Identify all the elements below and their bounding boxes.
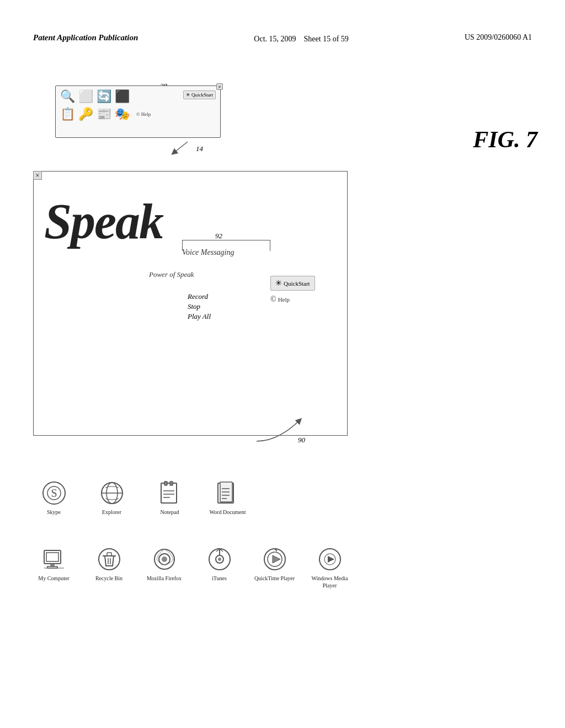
svg-line-0 [174, 142, 188, 153]
speak-title: Speak [44, 193, 163, 250]
main-quickstart-label: QuickStart [284, 280, 310, 287]
toolbar-icon-6: 🔑 [78, 107, 93, 121]
quickstart-label: QuickStart [191, 92, 213, 98]
itunes-label: iTunes [212, 575, 227, 582]
desktop-icon-recyclebin[interactable]: Recycle Bin [88, 546, 130, 582]
notepad-icon [157, 480, 183, 506]
skype-label: Skype [47, 508, 61, 516]
menu-stop[interactable]: Stop [188, 302, 200, 311]
toolbar-icon-4: ⬛ [115, 89, 130, 104]
header-date: Oct. 15, 2009 [254, 35, 296, 43]
svg-rect-8 [164, 481, 167, 485]
toolbar-icon-7: 📰 [97, 107, 111, 121]
svg-point-31 [162, 556, 167, 562]
toolbar-icon-1: 🔍 [60, 89, 75, 104]
figure-label: FIG. 7 [473, 127, 537, 152]
svg-point-24 [99, 549, 120, 570]
svg-marker-42 [328, 556, 334, 563]
desktop-icon-skype[interactable]: S Skype [33, 480, 74, 516]
wmplayer-label: Windows Media Player [309, 575, 350, 589]
svg-rect-7 [161, 483, 177, 503]
label-90: 90 [298, 436, 305, 445]
desktop-icons-row1: S Skype Explorer [33, 480, 532, 516]
mycomputer-label: My Computer [38, 575, 69, 582]
toolbar-sketch: × 🔍 ⬜ 🔄 ⬛ ✳ QuickStart 📋 🔑 📰 🎭 © Help [55, 85, 221, 138]
quickstart-icon: ✳ [186, 92, 190, 98]
svg-marker-38 [273, 555, 280, 563]
mycomputer-icon [41, 546, 67, 572]
toolbar-icons-row: 🔍 ⬜ 🔄 ⬛ ✳ QuickStart [56, 86, 220, 106]
menu-play-all[interactable]: Play All [188, 312, 211, 321]
desktop-icon-word[interactable]: Word Document [207, 480, 248, 516]
main-window-close[interactable]: × [33, 171, 42, 180]
word-label: Word Document [209, 508, 246, 516]
menu-record[interactable]: Record [188, 292, 208, 301]
svg-rect-20 [46, 553, 58, 561]
toolbar-help[interactable]: © Help [136, 111, 151, 117]
svg-point-34 [218, 558, 221, 561]
quicktime-label: QuickTime Player [254, 575, 295, 582]
header-sheet: Sheet 15 of 59 [304, 35, 349, 43]
header-publication-title: Patent Application Publication [33, 33, 138, 42]
explorer-label: Explorer [102, 508, 121, 516]
svg-text:S: S [51, 487, 57, 499]
word-icon [215, 480, 241, 506]
header-patent-number: US 2009/0260060 A1 [465, 33, 532, 42]
label-92: 92 [215, 232, 222, 240]
notepad-label: Notepad [161, 508, 179, 516]
quickstart-star-icon: ✳ [275, 279, 282, 288]
recyclebin-label: Recycle Bin [95, 575, 122, 582]
toolbar-quickstart[interactable]: ✳ QuickStart [183, 90, 216, 99]
power-of-speak: Power of Speak [149, 270, 194, 279]
desktop-icon-wmplayer[interactable]: Windows Media Player [309, 546, 350, 589]
desktop-icon-explorer[interactable]: Explorer [91, 480, 132, 516]
main-quickstart-button[interactable]: ✳ QuickStart [270, 276, 315, 291]
firefox-icon [151, 546, 178, 572]
page-header: Patent Application Publication Oct. 15, … [0, 33, 565, 45]
skype-icon: S [41, 480, 67, 506]
wmplayer-icon [317, 546, 343, 572]
svg-rect-9 [170, 481, 173, 485]
toolbar-icon-2: ⬜ [78, 89, 93, 104]
explorer-icon [99, 480, 125, 506]
help-label: Help [141, 111, 151, 117]
voice-messaging: Voice Messaging [182, 248, 234, 257]
header-date-sheet: Oct. 15, 2009 Sheet 15 of 59 [254, 33, 348, 45]
toolbar-bottom-row: 📋 🔑 📰 🎭 © Help [56, 106, 220, 122]
main-help-label: Help [278, 296, 290, 303]
toolbar-icon-5: 📋 [60, 107, 75, 121]
label-14: 14 [196, 144, 203, 153]
desktop-icon-itunes[interactable]: iTunes [199, 546, 240, 582]
toolbar-icon-8: 🎭 [115, 107, 130, 121]
arrow-14 [171, 139, 193, 156]
help-circle-icon: © [270, 295, 276, 304]
desktop-icon-notepad[interactable]: Notepad [149, 480, 190, 516]
toolbar-icon-3: 🔄 [97, 89, 111, 104]
recyclebin-icon [96, 546, 122, 572]
desktop-icon-mycomputer[interactable]: My Computer [33, 546, 74, 582]
desktop-icon-quicktime[interactable]: QuickTime Player [254, 546, 295, 582]
toolbar-close-button[interactable]: × [216, 83, 223, 90]
itunes-icon [206, 546, 233, 572]
desktop-icons-row2: My Computer Recycle Bin Mozilla Firefox [33, 546, 532, 589]
desktop-icon-firefox[interactable]: Mozilla Firefox [143, 546, 185, 582]
main-help[interactable]: © Help [270, 295, 290, 304]
firefox-label: Mozilla Firefox [147, 575, 182, 582]
quicktime-icon [262, 546, 288, 572]
help-icon: © [136, 111, 140, 117]
